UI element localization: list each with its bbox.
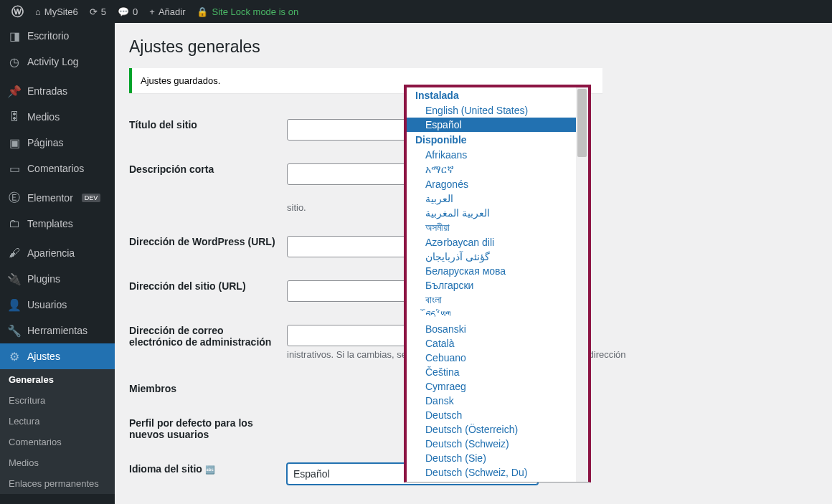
sidebar-sub-comentarios[interactable]: Comentarios [0,432,115,452]
sidebar-sub-generales[interactable]: Generales [0,369,115,390]
language-option[interactable]: አማርኛ [407,162,588,177]
comment-icon: 💬 [118,6,129,17]
translate-icon: 🔤 [205,465,215,474]
sidebar-item-label: Usuarios [27,299,67,310]
admin-bar: ⓦ ⌂MySite6 ⟳5 💬0 +Añadir 🔒Site Lock mode… [0,0,832,23]
sidebar-sub-escritura[interactable]: Escritura [0,390,115,411]
wordpress-icon: ⓦ [11,4,24,20]
sidebar-item-label: Páginas [27,137,64,148]
sidebar-item-label: Ajustes [27,351,60,362]
sidebar-item-label: Medios [27,111,60,123]
settings-icon: ⚙ [7,349,22,363]
language-option[interactable]: English (United States) [407,103,588,118]
refresh[interactable]: ⟳5 [84,0,112,23]
refresh-count: 5 [101,6,106,17]
sidebar-item-elementor[interactable]: ⒺElementorDEV [0,185,115,211]
sidebar-item-apariencia[interactable]: 🖌Apariencia [0,240,115,266]
label-wp-url: Dirección de WordPress (URL) [129,236,287,257]
sidebar-sub-enlaces-permanentes[interactable]: Enlaces permanentes [0,473,115,494]
language-option[interactable]: Español [407,118,588,132]
language-option[interactable]: অসমীয়া [407,220,588,235]
language-option[interactable]: Deutsch (Österreich) [407,422,588,437]
sidebar-item-herramientas[interactable]: 🔧Herramientas [0,318,115,343]
language-option[interactable]: Čeština [407,365,588,379]
language-option[interactable]: Беларуская мова [407,264,588,278]
site-lock[interactable]: 🔒Site Lock mode is on [191,0,304,23]
sidebar-item-label: Templates [27,218,73,229]
folder-icon: 🗀 [7,217,22,231]
label-admin-email: Dirección de correo electrónico de admin… [129,325,287,360]
sidebar-item-escritorio[interactable]: ◨Escritorio [0,23,115,49]
sidebar-item-activity-log[interactable]: ◷Activity Log [0,49,115,75]
language-option[interactable]: Afrikaans [407,148,588,162]
dropdown-group-header: Disponible [407,132,588,148]
language-option[interactable]: Български [407,278,588,293]
language-option[interactable]: Deutsch (Schweiz) [407,437,588,451]
label-default-role: Perfil por defecto para los nuevos usuar… [129,417,287,440]
label-tagline: Descripción corta [129,163,287,213]
sidebar-item-label: Herramientas [27,325,88,336]
language-option[interactable]: বাংলা [407,293,588,308]
sidebar-item-páginas[interactable]: ▣Páginas [0,130,115,156]
dropdown-group-header: Instalada [407,87,588,103]
language-option[interactable]: العربية المغربية [407,206,588,220]
e-icon: Ⓔ [7,191,22,205]
badge: DEV [82,194,101,202]
sidebar-item-label: Activity Log [27,56,79,67]
language-option[interactable]: Català [407,336,588,351]
sidebar-item-usuarios[interactable]: 👤Usuarios [0,292,115,318]
clock-icon: ◷ [7,54,22,69]
plug-icon: 🔌 [7,272,22,286]
main-content: Ajustes generales Ajustes guardados. Tít… [115,23,832,504]
language-option[interactable]: Bosanski [407,322,588,336]
language-option[interactable]: گؤنئی آذربایجان [407,249,588,264]
media-icon: 🎛 [7,110,22,124]
label-site-title: Título del sitio [129,119,287,141]
refresh-icon: ⟳ [90,6,98,17]
language-option[interactable]: Cymraeg [407,379,588,394]
language-option[interactable]: བོད་ཡིག [407,308,588,322]
sidebar-sub-lectura[interactable]: Lectura [0,411,115,432]
sidebar-item-entradas[interactable]: 📌Entradas [0,78,115,104]
pin-icon: 📌 [7,84,22,98]
language-option[interactable]: Deutsch (Schweiz, Du) [407,465,588,480]
site-home[interactable]: ⌂MySite6 [29,0,84,23]
sidebar-item-plugins[interactable]: 🔌Plugins [0,266,115,292]
wp-logo[interactable]: ⓦ [6,0,29,23]
language-option[interactable]: Deutsch [407,408,588,422]
page-title: Ajustes generales [129,37,818,57]
scrollbar-thumb[interactable] [577,89,587,157]
sidebar-item-medios[interactable]: 🎛Medios [0,104,115,130]
language-dropdown: InstaladaEnglish (United States)EspañolD… [404,85,591,482]
sidebar-item-label: Comentarios [27,163,84,174]
site-name: MySite6 [44,6,78,17]
tool-icon: 🔧 [7,323,22,338]
dropdown-list[interactable]: InstaladaEnglish (United States)EspañolD… [407,87,588,482]
home-icon: ⌂ [35,6,41,17]
comment-icon: ▭ [7,161,22,176]
sidebar-item-templates[interactable]: 🗀Templates [0,211,115,237]
sidebar-item-ajustes[interactable]: ⚙Ajustes [0,343,115,369]
language-option[interactable]: Aragonés [407,177,588,191]
label-members: Miembros [129,383,287,394]
add-new[interactable]: +Añadir [143,0,191,23]
user-icon: 👤 [7,298,22,312]
lock-icon: 🔒 [197,6,208,17]
language-option[interactable]: Azərbaycan dili [407,235,588,249]
sidebar-item-comentarios[interactable]: ▭Comentarios [0,156,115,181]
language-option[interactable]: Dansk [407,394,588,408]
comments[interactable]: 💬0 [112,0,143,23]
sidebar-item-label: Escritorio [27,30,69,42]
sidebar-item-label: Elementor [27,192,73,204]
language-option[interactable]: Cebuano [407,351,588,365]
selected-language: Español [293,468,330,480]
dashboard-icon: ◨ [7,29,22,43]
admin-sidebar: ◨Escritorio◷Activity Log📌Entradas🎛Medios… [0,23,115,504]
lock-label: Site Lock mode is on [212,6,298,17]
plus-icon: + [149,6,155,17]
sidebar-sub-medios[interactable]: Medios [0,452,115,473]
notice-text: Ajustes guardados. [141,75,220,86]
language-option[interactable]: العربية [407,191,588,206]
language-option[interactable]: Deutsch (Sie) [407,451,588,465]
dropdown-scrollbar[interactable] [576,87,588,482]
